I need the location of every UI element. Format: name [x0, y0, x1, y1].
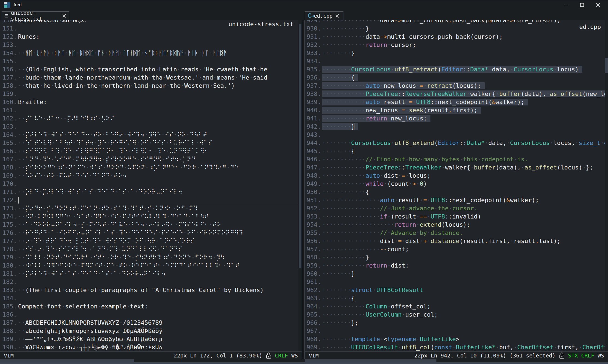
code-line[interactable]: 946.············//·Find·out·how·many·byt…	[305, 155, 605, 163]
code-line[interactable]: 964.············Column·offset_col;	[305, 302, 605, 311]
code-line[interactable]: 935.········CursorLocus·utf8_retract(Edi…	[305, 65, 605, 74]
code-line[interactable]: 156.··(Old·English,·which·transcribed·in…	[0, 65, 298, 74]
code-line[interactable]: 937.············auto·new_locus·=·retract…	[305, 82, 605, 90]
code-line[interactable]: 176.··⠗⠑⠛⠜⠙·⠁·⠊⠕⠋⠋⠔⠤⠝⠁⠊⠇·⠁⠎·⠹⠑·⠙⠑⠁⠙⠑⠌·⠏⠊…	[0, 229, 298, 237]
code-line[interactable]: 938.············PieceTree::ReverseTreeWa…	[305, 90, 605, 98]
code-line[interactable]: 963.········{	[305, 294, 605, 302]
code-line[interactable]: 165.··⠱⠁⠞⠑⠧⠻·⠁⠃⠳⠞·⠹⠁⠞⠲·⡹⠑·⠗⠑⠛⠊⠌⠻·⠕⠋·⠙⠊⠎·…	[0, 139, 298, 147]
code-line[interactable]: 936.········{	[305, 74, 605, 82]
code-line[interactable]: 157.··bude·thaem·lande·northweardum·with…	[0, 74, 298, 82]
code-line[interactable]: 183.··(The·first·couple·of·paragraphs·of…	[0, 286, 298, 294]
code-line[interactable]: 932.············return·cursor;	[305, 41, 605, 49]
code-line[interactable]: 967.	[305, 327, 605, 335]
code-line[interactable]: 949.············while·(count·>·0)	[305, 180, 605, 188]
code-line[interactable]: 934.	[305, 57, 605, 65]
code-line[interactable]: 959.············return·dist;	[305, 262, 605, 270]
maximize-button[interactable]	[574, 0, 590, 10]
code-line[interactable]: 169.··⠡⠕⠎⠑·⠞⠕·⠏⠥⠞·⠙⠊⠎·⠙⠁⠝⠙·⠞⠕⠲	[0, 172, 298, 180]
code-line[interactable]: 961.	[305, 278, 605, 286]
code-line[interactable]: 945.········{	[305, 147, 605, 155]
code-line[interactable]: 947.············PieceTree::TreeWalker·wa…	[305, 163, 605, 172]
code-line[interactable]: 930.············}	[305, 25, 605, 33]
left-vertical-scrollbar-thumb[interactable]	[299, 24, 301, 268]
code-line[interactable]: 931.············data->multi_cursors.push…	[305, 33, 605, 41]
right-horizontal-scrollbar[interactable]	[305, 359, 608, 362]
code-line[interactable]: 181.··⡍⠜⠇⠑⠹·⠺⠁⠎·⠁⠎·⠙⠑⠁⠙·⠁⠎·⠁·⠙⠕⠕⠗⠤⠝⠁⠊⠇⠲	[0, 270, 298, 278]
code-line[interactable]: 179.··⠩⠁⠇⠇·⠝⠕⠞·⠙⠊⠌⠥⠗⠃·⠊⠞⠂·⠕⠗·⠹⠑·⡊⠳⠝⠞⠗⠹⠰⠎…	[0, 253, 298, 262]
code-line[interactable]: 166.··⠎⠊⠛⠝⠫·⠃⠹·⠹⠑·⠊⠇⠻⠛⠹⠍⠁⠝⠂·⠹⠑·⠊⠇⠻⠅⠂·⠹⠑·…	[0, 147, 298, 155]
code-line[interactable]: 953.················if·(result·==·UTF8::…	[305, 213, 605, 221]
code-line[interactable]: 168.··⡎⠊⠗⠕⠕⠛⠑⠰⠎·⠝⠁⠍⠑·⠺⠁⠎·⠛⠕⠕⠙·⠥⠏⠕⠝·⠰⡡⠁⠝⠛…	[0, 163, 298, 172]
code-line[interactable]: 174.··⠪⠝·⠅⠝⠪⠇⠫⠛⠑⠂·⠱⠁⠞·⠹⠻⠑·⠊⠎·⠏⠜⠞⠊⠊⠥⠇⠜⠇⠹·…	[0, 213, 298, 221]
code-line[interactable]: 966.········};	[305, 319, 605, 327]
code-line[interactable]: 951.················auto·result·=·UTF8::…	[305, 196, 605, 204]
code-line[interactable]: 167.··⠁⠝⠙·⠹⠑·⠡⠊⠑⠋·⠍⠳⠗⠝⠻⠲·⡎⠊⠗⠕⠕⠛⠑·⠎⠊⠛⠝⠫·⠊…	[0, 155, 298, 163]
left-vertical-scrollbar[interactable]	[298, 20, 302, 351]
right-vertical-scrollbar-thumb[interactable]	[605, 58, 608, 73]
code-line[interactable]: 178.··⠊⠎·⠔·⠹⠑·⠎⠊⠍⠊⠇⠑⠆·⠁⠝⠙·⠍⠹·⠥⠝⠙⠁⠇⠇⠪⠫·⠙⠁…	[0, 245, 298, 253]
right-editor-pane[interactable]: 929.················data->multi_cursors.…	[305, 20, 605, 351]
pane-splitter[interactable]	[302, 20, 305, 359]
code-line[interactable]: 956.················dist·=·dist·+·distan…	[305, 237, 605, 245]
code-line[interactable]: 155.	[0, 57, 298, 65]
code-line[interactable]: 962.········struct·UTF8ColResult	[305, 286, 605, 294]
code-line[interactable]: 929.················data->multi_cursors.…	[305, 20, 605, 25]
right-horizontal-scrollbar-thumb[interactable]	[305, 359, 436, 362]
code-line[interactable]: 161.	[0, 106, 298, 114]
code-line[interactable]: 175.··⠁·⠙⠕⠕⠗⠤⠝⠁⠊⠇⠲·⡊·⠍⠊⠣⠞·⠙⠁⠧⠑·⠃⠑⠲·⠔⠊⠇⠔⠫…	[0, 221, 298, 229]
code-line[interactable]: 172.	[0, 196, 298, 204]
code-line[interactable]: 957.················--count;	[305, 245, 605, 253]
code-line[interactable]: 941.············return·new_locus;	[305, 114, 605, 123]
tab-close-button[interactable]	[335, 14, 339, 18]
code-line[interactable]: 940.············new_locus·=·seek(result.…	[305, 106, 605, 114]
code-line[interactable]: 163.	[0, 123, 298, 131]
code-line[interactable]: 170.	[0, 180, 298, 188]
code-line[interactable]: 952.················//·Just·advance·the·…	[305, 204, 605, 213]
code-line[interactable]: 180.··⠺⠊⠇⠇·⠹⠻⠑⠋⠕⠗⠑·⠏⠻⠍⠊⠞·⠍⠑·⠞⠕·⠗⠑⠏⠑⠁⠞⠂·⠑…	[0, 262, 298, 270]
code-line[interactable]: 162.··⡌⠁⠧⠑·⠼⠁⠒··⡍⠜⠇⠑⠹⠰⠎·⡣⠕⠌	[0, 114, 298, 123]
left-editor-pane[interactable]: 150.እግርህን·በፍራሽህ·ልክ·ዘርጋ።151.152.Runes:153…	[0, 20, 298, 351]
code-line[interactable]: 184.	[0, 294, 298, 302]
code-line[interactable]: 968.········template·<typename·BufferLik…	[305, 335, 605, 343]
code-line[interactable]: 188.··abcdefghijklmnopqrstuvwxyz·£©µÀÆÖÞ…	[0, 327, 298, 335]
code-line[interactable]: 948.············auto·dist·=·locus;	[305, 172, 605, 180]
left-horizontal-scrollbar-thumb[interactable]	[0, 359, 134, 362]
code-line[interactable]: 182.	[0, 278, 298, 286]
code-line[interactable]: 933.········}	[305, 49, 605, 57]
code-line[interactable]: 955.················//·Advance·by·distan…	[305, 229, 605, 237]
code-line[interactable]: 944.········CursorLocus·utf8_extend(Edit…	[305, 139, 605, 147]
code-line[interactable]: 158.··that·he·lived·in·the·northern·land…	[0, 82, 298, 90]
code-line[interactable]: 160.Braille:	[0, 98, 298, 106]
code-line[interactable]: 943.	[305, 131, 605, 139]
code-line[interactable]: 189.··–—‘“”„†•…‰™œŠŸž€·ΑΒΓΔΩαβγδω·АБВГДа…	[0, 335, 298, 343]
tab-close-button[interactable]	[62, 14, 66, 18]
code-line[interactable]: 171.··⡕⠇⠙·⡍⠜⠇⠑⠹·⠺⠁⠎·⠁⠎·⠙⠑⠁⠙·⠁⠎·⠁·⠙⠕⠕⠗⠤⠝⠁…	[0, 188, 298, 196]
tab-unicode-stress[interactable]: unicode-stress.txt	[2, 11, 69, 20]
code-line[interactable]: 159.	[0, 90, 298, 98]
code-line[interactable]: 153.	[0, 41, 298, 49]
code-line[interactable]: 958.············}	[305, 253, 605, 262]
code-line[interactable]: 186.	[0, 311, 298, 319]
line-number: 957.	[307, 245, 321, 253]
code-line[interactable]: 954.····················return·extend(lo…	[305, 221, 605, 229]
close-button[interactable]	[590, 0, 606, 10]
code-line[interactable]: 942.········}	[305, 123, 605, 131]
code-line[interactable]: 154.··ᚻᛖ·ᚳᚹᚫᚦ·ᚦᚫᛏ·ᚻᛖ·ᛒᚢᛞᛖ·ᚩᚾ·ᚦᚫᛗ·ᛚᚪᚾᛞᛖ·ᚾ…	[0, 49, 298, 57]
code-line[interactable]: 950.············{	[305, 188, 605, 196]
code-line[interactable]: 965.············UserColumn·user_col;	[305, 311, 605, 319]
minimize-button[interactable]	[558, 0, 574, 10]
code-line[interactable]: 939.············auto·result·=·UTF8::next…	[305, 98, 605, 106]
tab-ed-cpp[interactable]: C++ ed.cpp	[305, 11, 343, 20]
code-line[interactable]: 185.Compact·font·selection·example·text:	[0, 302, 298, 311]
code-line[interactable]: 177.··⠔·⠹⠑·⠞⠗⠁⠙⠑⠲·⡃⠥⠞·⠹⠑·⠺⠊⠎⠙⠕⠍·⠕⠋·⠳⠗·⠁⠝…	[0, 237, 298, 245]
left-horizontal-scrollbar[interactable]	[0, 359, 302, 362]
right-vertical-scrollbar[interactable]	[605, 20, 608, 351]
code-line[interactable]: 164.··⡍⠜⠇⠑⠹·⠺⠁⠎·⠙⠑⠁⠙⠒·⠞⠕·⠃⠑⠛⠔·⠺⠊⠹⠲·⡹⠻⠑·⠊…	[0, 131, 298, 139]
code-line[interactable]: 187.··ABCDEFGHIJKLMNOPQRSTUVWXYZ·/012345…	[0, 319, 298, 327]
line-number: 170.	[2, 180, 17, 188]
code-line[interactable]: 969.········UTF8ColResult·utf8_col(const…	[305, 343, 605, 351]
code-line[interactable]: 152.Runes:	[0, 33, 298, 41]
code-line[interactable]: 173.··⡍⠔⠙⠖·⡊·⠙⠕⠝⠰⠞·⠍⠑⠁⠝·⠞⠕·⠎⠁⠹·⠹⠁⠞·⡊·⠅⠝⠪…	[0, 204, 298, 213]
code-line[interactable]: 190.··∀∂∈ℝ∧∪≡∞·↑↗↨↻⇣·┐┼╔╘░►☺♀·ﬁ�⑀₂ἠḂӥẄɐː…	[0, 343, 298, 351]
code-line[interactable]: 960.········}	[305, 270, 605, 278]
